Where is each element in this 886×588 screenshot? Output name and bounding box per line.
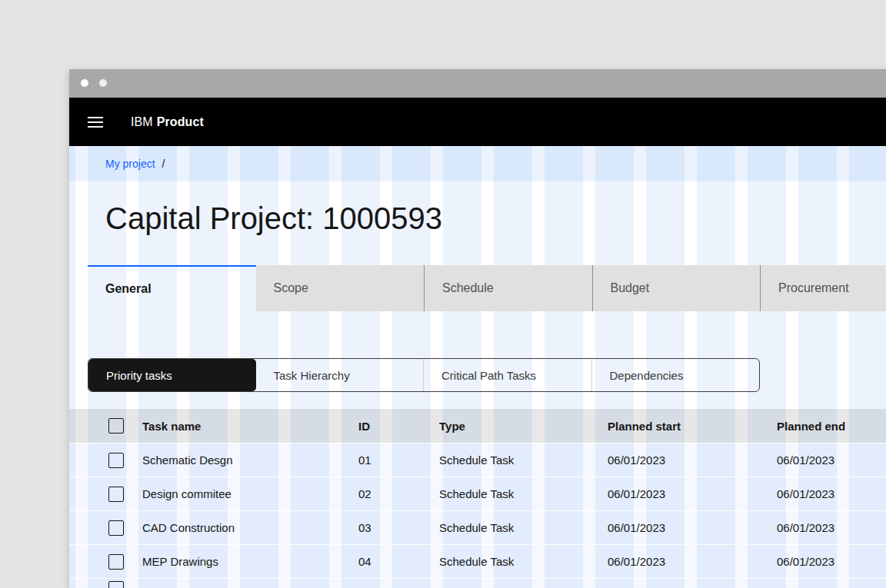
hamburger-menu-icon[interactable] — [88, 117, 103, 128]
app-window: IBMProduct My project / Capital Project:… — [69, 69, 886, 588]
cell-planned-end: 06/01/2023 — [777, 453, 886, 467]
cell-type: Schedule Task — [439, 555, 608, 568]
cell-type: Schedule Task — [439, 521, 608, 534]
switcher-dependencies[interactable]: Dependencies — [591, 359, 760, 391]
cell-id: 01 — [358, 453, 439, 467]
table-row-partial — [69, 578, 886, 588]
cell-id: 04 — [358, 555, 439, 568]
breadcrumb-link-my-project[interactable]: My project — [105, 158, 155, 170]
cell-planned-end: 06/01/2023 — [777, 521, 886, 534]
row-checkbox[interactable] — [108, 487, 124, 502]
tasks-table: Task name ID Type Planned start Planned … — [69, 409, 886, 588]
table-body: Schematic Desgn 01 Schedule Task 06/01/2… — [69, 443, 886, 588]
cell-planned-end: 06/01/2023 — [777, 487, 886, 500]
breadcrumb: My project / — [69, 146, 886, 181]
brand: IBMProduct — [131, 115, 204, 129]
app-header: IBMProduct — [69, 98, 886, 146]
row-checkbox[interactable] — [108, 520, 124, 536]
page-content: My project / Capital Project: 1000593 Ge… — [69, 146, 886, 588]
tab-bar: General Scope Schedule Budget Procuremen… — [69, 265, 886, 311]
cell-type: Schedule Task — [439, 487, 608, 500]
tab-label: General — [105, 282, 152, 296]
cell-task-name: MEP Drawings — [142, 555, 358, 568]
tab-label: Scope — [274, 281, 308, 295]
cell-id: 02 — [358, 487, 439, 500]
window-dot-icon[interactable] — [99, 79, 107, 87]
tab-general[interactable]: General — [88, 265, 256, 311]
cell-type: Schedule Task — [439, 453, 608, 467]
column-header-planned-start: Planned start — [608, 420, 777, 433]
column-header-id: ID — [358, 420, 439, 433]
select-all-checkbox[interactable] — [108, 418, 124, 434]
table-row: Schematic Desgn 01 Schedule Task 06/01/2… — [69, 443, 886, 477]
cell-id: 03 — [358, 521, 439, 534]
cell-planned-start: 06/01/2023 — [608, 521, 777, 534]
row-checkbox[interactable] — [108, 581, 124, 588]
cell-task-name: CAD Construction — [142, 521, 358, 534]
column-header-task-name: Task name — [142, 420, 358, 433]
switcher-priority-tasks[interactable]: Priority tasks — [88, 359, 256, 391]
switcher-label: Task Hierarchy — [274, 369, 350, 382]
switcher-task-hierarchy[interactable]: Task Hierarchy — [256, 359, 424, 391]
table-header-row: Task name ID Type Planned start Planned … — [69, 409, 886, 443]
table-row: MEP Drawings 04 Schedule Task 06/01/2023… — [69, 544, 886, 578]
tab-budget[interactable]: Budget — [592, 265, 761, 311]
row-checkbox[interactable] — [108, 554, 124, 570]
window-dot-icon[interactable] — [81, 79, 88, 87]
tab-label: Budget — [611, 281, 650, 295]
cell-planned-end: 06/01/2023 — [777, 555, 886, 568]
content-switcher: Priority tasks Task Hierarchy Critical P… — [88, 358, 760, 392]
table-row: Design commitee 02 Schedule Task 06/01/2… — [69, 477, 886, 510]
tab-label: Procurement — [778, 281, 849, 295]
switcher-critical-path-tasks[interactable]: Critical Path Tasks — [423, 359, 591, 391]
cell-planned-start: 06/01/2023 — [608, 487, 777, 500]
column-header-type: Type — [439, 420, 608, 433]
column-header-planned-end: Planned end — [777, 420, 886, 433]
switcher-label: Dependencies — [610, 369, 684, 382]
cell-task-name: Schematic Desgn — [142, 453, 358, 467]
switcher-label: Critical Path Tasks — [441, 369, 536, 382]
tab-schedule[interactable]: Schedule — [424, 265, 592, 311]
page-title: Capital Project: 1000593 — [105, 200, 886, 237]
cell-planned-start: 06/01/2023 — [608, 555, 777, 568]
row-checkbox[interactable] — [108, 453, 124, 468]
breadcrumb-separator: / — [162, 158, 165, 170]
window-titlebar — [69, 69, 886, 98]
cell-planned-start: 06/01/2023 — [608, 453, 777, 467]
table-row: CAD Construction 03 Schedule Task 06/01/… — [69, 510, 886, 544]
cell-task-name: Design commitee — [142, 487, 358, 500]
brand-name: Product — [157, 115, 204, 128]
tab-procurement[interactable]: Procurement — [760, 265, 886, 311]
brand-prefix: IBM — [131, 115, 153, 128]
switcher-label: Priority tasks — [106, 369, 172, 382]
tab-label: Schedule — [442, 281, 494, 295]
tab-scope[interactable]: Scope — [256, 265, 425, 311]
